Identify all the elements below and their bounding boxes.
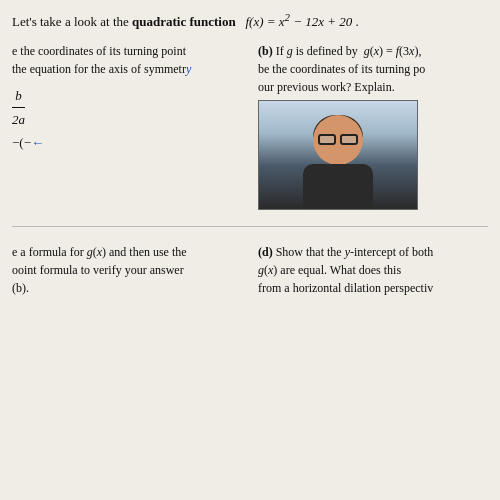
fraction-numerator: b xyxy=(12,84,25,108)
section-divider xyxy=(12,226,488,227)
person-body xyxy=(303,164,373,209)
section-a: e the coordinates of its turning point t… xyxy=(12,42,242,218)
section-a-line1: e the coordinates of its turning point xyxy=(12,42,242,60)
intro-prefix: Let's take a look at the xyxy=(12,14,129,29)
section-d-line1: (d) Show that the y-intercept of both xyxy=(258,243,488,261)
fraction-denominator: 2a xyxy=(12,108,25,131)
person-glasses xyxy=(316,134,360,142)
intro-bold: quadratic function xyxy=(132,14,236,29)
section-c-line3: (b). xyxy=(12,279,242,297)
intro-line: Let's take a look at the quadratic funct… xyxy=(12,10,488,32)
section-d: (d) Show that the y-intercept of both g(… xyxy=(258,235,488,297)
blue-y: y xyxy=(186,62,191,76)
video-thumbnail xyxy=(258,100,418,210)
neg-arrow: ← xyxy=(31,135,44,150)
intro-suffix: . xyxy=(356,14,359,29)
content-grid: e the coordinates of its turning point t… xyxy=(12,42,488,297)
video-person xyxy=(259,101,417,209)
section-c-line1: e a formula for g(x) and then use the xyxy=(12,243,242,261)
section-b-label: (b) If g is defined by g(x) = f(3x), xyxy=(258,42,488,60)
axis-formula: b 2a xyxy=(12,84,242,132)
section-d-line2: g(x) are equal. What does this xyxy=(258,261,488,279)
glasses-lens-left xyxy=(318,134,336,145)
section-b-line2: our previous work? Explain. xyxy=(258,78,488,96)
intro-math: f(x) = x2 − 12x + 20 xyxy=(242,14,355,29)
section-b: (b) If g is defined by g(x) = f(3x), be … xyxy=(258,42,488,218)
x-equation: −(−← xyxy=(12,135,242,151)
section-b-line1: be the coordinates of its turning po xyxy=(258,60,488,78)
section-d-line3: from a horizontal dilation perspectiv xyxy=(258,279,488,297)
glasses-lens-right xyxy=(340,134,358,145)
section-c: e a formula for g(x) and then use the oo… xyxy=(12,235,242,297)
section-a-line2: the equation for the axis of symmetry xyxy=(12,60,242,78)
fraction: b 2a xyxy=(12,84,25,132)
page: Let's take a look at the quadratic funct… xyxy=(0,0,500,500)
section-c-line2: ooint formula to verify your answer xyxy=(12,261,242,279)
